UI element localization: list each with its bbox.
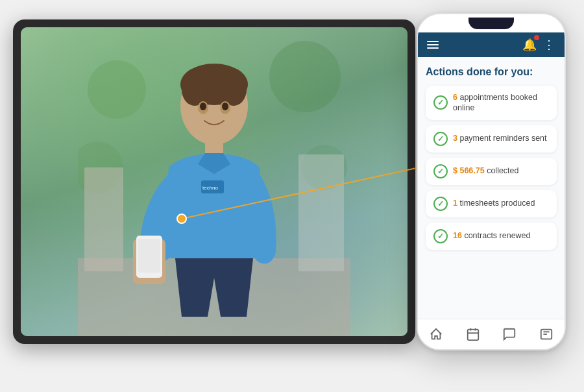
- action-text-timesheets: 1 timesheets produced: [453, 198, 535, 208]
- action-text-reminders: 3 payment reminders sent: [453, 133, 547, 143]
- person-illustration: techno: [78, 38, 350, 336]
- svg-text:techno: techno: [202, 185, 219, 191]
- phone-notch: [468, 18, 514, 29]
- svg-point-15: [222, 103, 228, 110]
- notification-bell-wrapper: 🔔: [522, 38, 537, 52]
- actions-title: Actions done for you:: [426, 66, 557, 78]
- svg-point-11: [221, 73, 247, 106]
- check-icon-appointments: [433, 95, 448, 110]
- phone-header: 🔔 ⋮: [418, 32, 565, 57]
- contracts-label: contracts renewed: [464, 231, 530, 240]
- svg-point-10: [182, 73, 208, 106]
- reminders-number: 3: [453, 134, 457, 143]
- svg-rect-6: [84, 167, 123, 271]
- header-right-icons: 🔔 ⋮: [522, 38, 555, 52]
- action-text-appointments: 6 appointments booked online: [453, 92, 549, 114]
- action-item-collected: $ 566.75 collected: [426, 158, 557, 185]
- svg-point-14: [200, 103, 206, 110]
- action-item-timesheets: 1 timesheets produced: [426, 190, 557, 217]
- action-text-collected: $ 566.75 collected: [453, 165, 519, 176]
- phone-mockup: 🔔 ⋮ Actions done for you: 6 appointments…: [417, 13, 566, 350]
- footer-calendar-icon[interactable]: [461, 325, 485, 344]
- action-item-appointments: 6 appointments booked online: [426, 86, 557, 120]
- menu-button[interactable]: [427, 41, 439, 49]
- appointments-number: 6: [453, 93, 457, 102]
- phone-footer: [418, 319, 565, 349]
- notification-badge: [534, 35, 539, 40]
- footer-person-icon[interactable]: [534, 325, 559, 344]
- footer-home-icon[interactable]: [424, 325, 448, 344]
- more-options-icon[interactable]: ⋮: [543, 38, 555, 52]
- svg-rect-7: [298, 154, 344, 271]
- svg-rect-19: [138, 239, 160, 273]
- bell-icon[interactable]: 🔔: [522, 38, 537, 51]
- monitor-screen: techno: [21, 27, 408, 336]
- check-icon-timesheets: [433, 197, 448, 211]
- svg-point-1: [88, 60, 146, 119]
- svg-point-2: [269, 41, 341, 112]
- phone-content: Actions done for you: 6 appointments boo…: [418, 57, 565, 319]
- action-text-contracts: 16 contracts renewed: [453, 230, 531, 241]
- collected-amount: $ 566.75: [453, 166, 485, 175]
- contracts-number: 16: [453, 231, 462, 240]
- timesheets-number: 1: [453, 199, 457, 208]
- appointments-label: appointments booked online: [453, 93, 537, 112]
- check-icon-collected: [433, 164, 448, 178]
- collected-label: collected: [487, 166, 518, 175]
- footer-messages-icon[interactable]: [497, 325, 522, 344]
- check-icon-reminders: [433, 132, 448, 146]
- monitor-frame: techno: [13, 19, 415, 344]
- action-item-reminders: 3 payment reminders sent: [426, 125, 557, 153]
- timesheets-label: timesheets produced: [459, 199, 535, 208]
- scene: techno 🔔: [0, 0, 584, 392]
- check-icon-contracts: [433, 229, 448, 243]
- action-item-contracts: 16 contracts renewed: [426, 223, 557, 250]
- reminders-label: payment reminders sent: [459, 134, 546, 143]
- phone-notch-area: [418, 14, 565, 32]
- svg-rect-24: [468, 330, 479, 341]
